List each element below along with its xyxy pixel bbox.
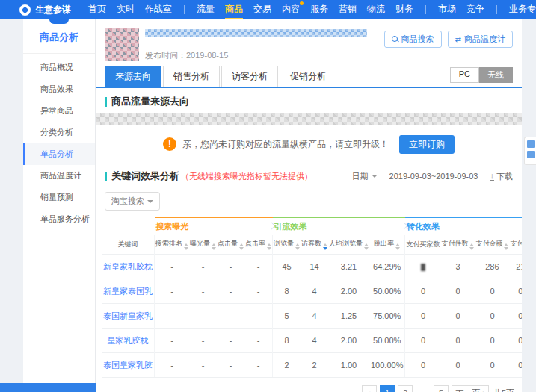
nav-item-首页[interactable]: 首页 <box>88 0 106 19</box>
page-button-2[interactable]: 2 <box>398 385 413 392</box>
sidebar-bottom-bar[interactable] <box>0 383 96 392</box>
sort-icon <box>323 243 327 250</box>
col-曝光量[interactable]: 曝光量 <box>189 235 217 255</box>
tab-来源去向[interactable]: 来源去向 <box>105 66 161 87</box>
cell: 0 <box>440 353 475 378</box>
cell: 0.00% <box>509 353 522 378</box>
nav-item-物流[interactable]: 物流 <box>367 0 385 19</box>
sidebar-item-商品温度计[interactable]: 商品温度计 <box>23 165 95 187</box>
nav-item-内容[interactable]: 内容 <box>282 0 300 19</box>
sort-icon <box>184 243 188 250</box>
cell: 0 <box>475 279 509 304</box>
col-label: 人均浏览量 <box>329 240 363 247</box>
tab-访客分析[interactable]: 访客分析 <box>221 66 278 87</box>
keyword-link[interactable]: 皇家乳胶枕 <box>102 329 155 353</box>
cell: 75.00% <box>369 304 405 329</box>
keyword-link[interactable]: 泰国皇家乳胶 <box>102 353 155 378</box>
sidebar-item-异常商品[interactable]: 异常商品 <box>23 100 95 122</box>
search-source-select[interactable]: 淘宝搜索 <box>105 192 160 211</box>
nav-item-流量[interactable]: 流量 <box>197 0 215 19</box>
nav-item-实时[interactable]: 实时 <box>117 0 135 19</box>
cell: 3.21 <box>328 255 369 279</box>
col-label: 跳出率 <box>374 240 394 247</box>
sort-down-icon <box>364 247 369 250</box>
col-搜索排名[interactable]: 搜索排名 <box>155 235 190 255</box>
nav-item-营销[interactable]: 营销 <box>339 0 357 19</box>
cell: 0 <box>405 279 441 304</box>
col-label: 曝光量 <box>190 240 210 247</box>
product-image-censored <box>105 28 139 61</box>
商品温度计-button[interactable]: ⇄商品温度计 <box>448 31 513 48</box>
商品搜索-button[interactable]: 商品搜索 <box>384 31 442 48</box>
keyword-link[interactable]: 泰国新皇家乳 <box>102 304 155 329</box>
next-page-button[interactable]: 下一页 › <box>452 385 489 392</box>
sidebar-collapse-handle[interactable] <box>49 19 69 24</box>
col-人均浏览量[interactable]: 人均浏览量 <box>328 235 369 255</box>
download-label: 下载 <box>496 171 513 182</box>
upgrade-banner: ! 亲，您尚未订购对应的流量纵横产品，请立即升级！ 立即订购 <box>96 125 522 163</box>
nav-item-服务[interactable]: 服务 <box>310 0 328 19</box>
nav-item-竞争[interactable]: 竞争 <box>466 0 484 19</box>
col-访客数[interactable]: 访客数 <box>301 235 328 255</box>
nav-item-财务[interactable]: 财务 <box>395 0 413 19</box>
group-empty-cell <box>102 217 155 235</box>
cell: - <box>155 255 190 279</box>
col-支付金额[interactable]: 支付金额 <box>475 235 509 255</box>
col-点击率[interactable]: 点击率 <box>244 235 273 255</box>
download-button[interactable]: ↓ 下载 <box>490 171 514 182</box>
cell: 2.00 <box>328 329 369 353</box>
sort-up-icon <box>504 243 508 246</box>
cell: - <box>217 255 244 279</box>
sidebar-item-单品服务分析[interactable]: 单品服务分析 <box>23 208 95 230</box>
sidebar-item-销量预测[interactable]: 销量预测 <box>23 187 95 208</box>
sort-up-icon <box>267 243 271 246</box>
col-label: 浏览量 <box>274 240 294 247</box>
cell: - <box>189 329 217 353</box>
group-转化效果: 转化效果 <box>405 217 522 235</box>
col-支付件数[interactable]: 支付件数 <box>440 235 475 255</box>
sort-icon <box>212 243 216 250</box>
order-now-button[interactable]: 立即订购 <box>399 135 455 154</box>
col-浏览量[interactable]: 浏览量 <box>273 235 301 255</box>
keyword-link[interactable]: 新皇家泰国乳 <box>102 279 155 304</box>
sidebar-item-分类分析[interactable]: 分类分析 <box>23 122 95 143</box>
product-title-censored <box>145 29 367 37</box>
keyword-section-controls: 日期 2019-09-03~2019-09-03 ↓ 下载 <box>352 171 513 182</box>
cell: - <box>155 329 190 353</box>
nav-item-商品[interactable]: 商品 <box>225 0 243 19</box>
masked-value <box>421 264 425 271</box>
left-gutter <box>0 19 23 392</box>
table-row: 泰国新皇家乳----541.2575.00%0000.00% <box>102 304 522 329</box>
device-option-PC[interactable]: PC <box>450 67 479 83</box>
side-float-widget[interactable] <box>524 137 536 165</box>
col-跳出率[interactable]: 跳出率 <box>369 235 405 255</box>
sort-down-icon <box>267 247 271 250</box>
nav-item-作战室[interactable]: 作战室 <box>145 0 172 19</box>
date-dropdown[interactable]: 日期 <box>352 171 378 182</box>
cell: 8 <box>273 329 301 353</box>
page-button-1[interactable]: 1 <box>380 385 395 392</box>
tab-促销分析[interactable]: 促销分析 <box>280 66 336 87</box>
device-option-无线[interactable]: 无线 <box>479 67 513 83</box>
nav-divider <box>496 5 497 14</box>
page-button-5[interactable]: 5 <box>434 385 449 392</box>
keyword-section-header: 关键词效果分析 （无线端搜索曝光指标暂无法提供） 日期 2019-09-03~2… <box>96 163 522 187</box>
col-支付转化率[interactable]: 支付转化率 <box>509 235 522 255</box>
nav-item-市场[interactable]: 市场 <box>438 0 456 19</box>
keyword-table: 搜索曝光引流效果转化效果关键词搜索排名曝光量点击量点击率浏览量访客数人均浏览量跳… <box>102 217 522 378</box>
keyword-link[interactable]: 新皇家乳胶枕 <box>102 255 155 279</box>
sidebar-item-商品概况[interactable]: 商品概况 <box>23 57 95 78</box>
nav-item-业务专区[interactable]: 业务专区 <box>509 0 536 19</box>
cell: 5 <box>273 304 301 329</box>
brand-name[interactable]: 生意参谋 <box>35 4 71 16</box>
prev-page-button[interactable]: ‹ <box>362 385 377 392</box>
col-点击量[interactable]: 点击量 <box>217 235 244 255</box>
page-ellipsis: .. <box>416 385 431 392</box>
tabs-row: 来源去向销售分析访客分析促销分析 PC无线 <box>96 64 522 88</box>
nav-item-交易[interactable]: 交易 <box>253 0 271 19</box>
sidebar-item-商品效果[interactable]: 商品效果 <box>23 78 95 100</box>
sidebar-item-单品分析[interactable]: 单品分析 <box>23 143 95 165</box>
tab-销售分析[interactable]: 销售分析 <box>163 66 220 87</box>
group-label: 转化效果 <box>407 222 440 231</box>
cell: 2 <box>273 353 301 378</box>
